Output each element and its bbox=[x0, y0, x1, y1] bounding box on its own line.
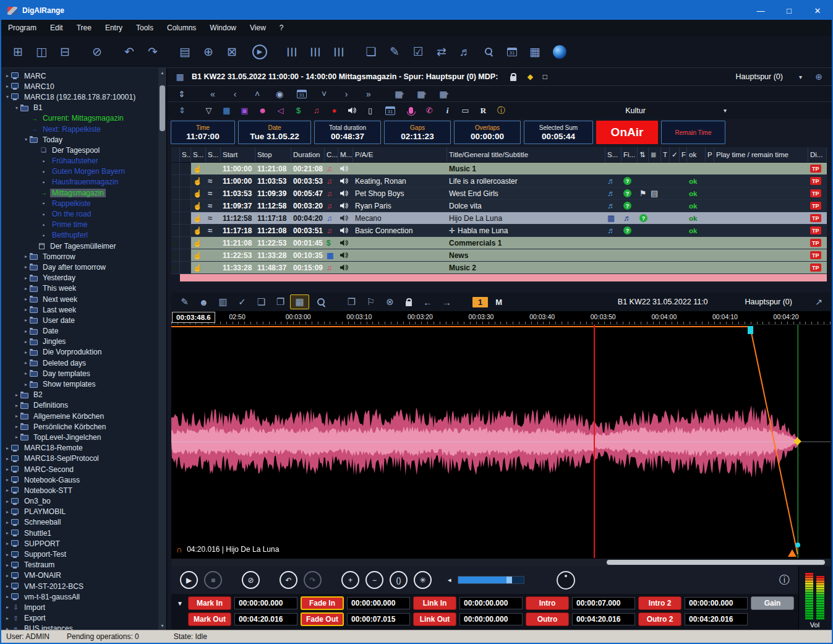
collapse-marks-icon[interactable]: ▼ bbox=[175, 600, 185, 607]
drag-hand-icon[interactable]: ☝ bbox=[193, 165, 202, 173]
tree-item-bus-instances[interactable]: ▸≡BUS instances bbox=[1, 624, 158, 630]
column-header-item[interactable]: ✓ bbox=[670, 147, 680, 162]
tree-item-on-the-road[interactable]: ▪On the road bbox=[1, 208, 158, 219]
filter-announce-icon[interactable]: ◁ bbox=[271, 105, 289, 117]
tree-expander-icon[interactable]: ▾ bbox=[4, 94, 11, 100]
globe-icon[interactable] bbox=[553, 45, 566, 59]
tree-item-fr-haufsteher[interactable]: ▪Frühaufsteher bbox=[1, 156, 158, 166]
column-header-s[interactable]: S... bbox=[206, 147, 221, 162]
tree-item-allgemeine-k-rbchen[interactable]: ▸Allgemeine Körbchen bbox=[1, 411, 158, 421]
filter-text-icon[interactable]: ▭ bbox=[456, 105, 474, 117]
paste-icon[interactable]: ❐ bbox=[271, 294, 290, 309]
intro-button[interactable]: Intro bbox=[526, 596, 569, 610]
volume-down-icon[interactable] bbox=[448, 576, 451, 584]
tree-item-rappelkiste[interactable]: ▪Rappelkiste bbox=[1, 198, 158, 208]
history-forward-icon[interactable]: → bbox=[437, 294, 456, 309]
tree-expander-icon[interactable]: ▸ bbox=[4, 456, 11, 462]
tree-expander-icon[interactable]: ▸ bbox=[4, 466, 11, 472]
menu-item-view[interactable]: View bbox=[243, 20, 273, 36]
monitor-levels-icon[interactable]: ☰ bbox=[329, 40, 349, 64]
menu-item-item[interactable]: ? bbox=[273, 20, 291, 36]
tree-item-show-templates[interactable]: ▸Show templates bbox=[1, 379, 158, 389]
tree-item-toplevel-jingelchen[interactable]: ▸TopLevel-Jingelchen bbox=[1, 432, 158, 442]
tree-view-icon[interactable]: ⊞ bbox=[6, 42, 30, 62]
tree-expander-icon[interactable]: ▸ bbox=[22, 350, 30, 355]
insert-entry-icon[interactable]: ▦+ bbox=[433, 88, 455, 100]
filter-commercial-icon[interactable]: $ bbox=[289, 105, 307, 117]
column-header-c[interactable]: C... bbox=[325, 147, 338, 162]
drag-hand-icon[interactable]: ☝ bbox=[193, 202, 202, 210]
undo-edit-button[interactable]: ↶ bbox=[280, 571, 297, 589]
tree-item-current-mittagsmagazin[interactable]: →Current: Mittagsmagazin bbox=[1, 113, 158, 124]
cue-button[interactable]: ⊘ bbox=[242, 571, 260, 589]
add-track-icon[interactable]: ⊕ bbox=[811, 70, 827, 84]
drag-hand-icon[interactable]: ☝ bbox=[193, 215, 202, 222]
tree-item-testraum[interactable]: ▸Testraum bbox=[1, 560, 158, 570]
row-height-icon[interactable]: ⇕ bbox=[173, 105, 191, 117]
tree-item-support[interactable]: ▸SUPPORT bbox=[1, 538, 158, 549]
marker-diamond-icon[interactable]: ◆ bbox=[523, 71, 537, 83]
record-levels-icon[interactable]: ☰ bbox=[282, 40, 302, 64]
transport-info-icon[interactable]: ⓘ bbox=[779, 573, 790, 587]
filter-clear-icon[interactable]: ▽ bbox=[200, 105, 218, 117]
go-previous-icon[interactable]: ‹ bbox=[224, 88, 246, 100]
expander-icon[interactable]: ▶ bbox=[174, 265, 179, 271]
track-selector[interactable]: Hauptspur (0) ▾ bbox=[736, 72, 802, 81]
link-out-button[interactable]: Link Out bbox=[413, 612, 456, 626]
tree-expander-icon[interactable]: ▸ bbox=[22, 317, 30, 323]
column-header-title-general-title-subtitle[interactable]: Title/General title/Subtitle bbox=[447, 147, 605, 162]
tree-item-definitions[interactable]: ▸Definitions bbox=[1, 400, 158, 411]
menu-item-window[interactable]: Window bbox=[203, 20, 243, 36]
volume-slider[interactable] bbox=[458, 576, 524, 584]
insert-block-icon[interactable]: ▦+ bbox=[411, 88, 433, 100]
tree-item-tomorrow[interactable]: ▸Tomorrow bbox=[1, 251, 158, 262]
waveform-scrollbar[interactable] bbox=[171, 558, 831, 566]
column-header-p[interactable]: P bbox=[706, 147, 714, 162]
tree-item-this-week[interactable]: ▸This week bbox=[1, 283, 158, 294]
column-header-play-time-remain-time[interactable]: Play time / remain time bbox=[714, 147, 808, 162]
track-row-dolce-vita[interactable]: ☝≈11:09:3711:12:5800:03:20♫Ryan ParisDol… bbox=[171, 200, 827, 212]
fade-in-value[interactable]: 00:00:00.000 bbox=[347, 597, 410, 609]
filter-battery-icon[interactable]: ▯ bbox=[361, 105, 379, 117]
tree-item-jingles[interactable]: ▸Jingles bbox=[1, 337, 158, 347]
group-row-music-2[interactable]: ▶☝11:33:2811:48:3700:15:09♫Music 2TP bbox=[171, 262, 827, 274]
filter-rds-icon[interactable]: R bbox=[474, 105, 492, 117]
segment-grid-icon[interactable]: ▦ bbox=[290, 294, 309, 309]
link-in-value[interactable]: 00:00:00.000 bbox=[459, 597, 523, 609]
outro-value[interactable]: 00:04:20.016 bbox=[572, 613, 635, 625]
expand-editor-icon[interactable]: ↗ bbox=[811, 295, 827, 309]
publish-icon[interactable]: ⊕ bbox=[197, 42, 220, 62]
tree-item-last-week[interactable]: ▸Last week bbox=[1, 304, 158, 315]
tree-expander-icon[interactable]: ▸ bbox=[22, 371, 30, 376]
zoom-selection-button[interactable]: () bbox=[390, 571, 408, 589]
play-levels-icon[interactable]: ☰ bbox=[305, 40, 325, 64]
tree-scrollbar[interactable] bbox=[158, 68, 166, 630]
column-header-fi[interactable]: Fi... bbox=[622, 147, 638, 162]
tree-expander-icon[interactable]: ▸ bbox=[13, 424, 20, 429]
tree-expander-icon[interactable]: ▸ bbox=[4, 445, 11, 451]
tree-item-vm-onair[interactable]: ▸VM-ONAIR bbox=[1, 570, 158, 581]
tree-expander-icon[interactable]: ▸ bbox=[4, 487, 11, 493]
tree-item-b2[interactable]: ▸B2 bbox=[1, 390, 158, 400]
link-in-button[interactable]: Link In bbox=[413, 596, 456, 610]
volume-thumb[interactable] bbox=[506, 577, 512, 583]
tree-item-marc[interactable]: ▸MARC bbox=[1, 71, 158, 81]
tree-item-date[interactable]: ▸Date bbox=[1, 326, 158, 337]
tree-expander-icon[interactable]: ▸ bbox=[13, 434, 20, 440]
tree-item-betthupferl[interactable]: ▪Betthupferl bbox=[1, 230, 158, 241]
timeline-ruler[interactable]: 00:03:48.6 02:5000:03:0000:03:1000:03:20… bbox=[171, 311, 831, 325]
tree-expander-icon[interactable]: ▸ bbox=[13, 413, 20, 419]
fade-in-button[interactable]: Fade In bbox=[301, 596, 344, 610]
tree-expander-icon[interactable]: ▸ bbox=[22, 328, 30, 334]
tree-expander-icon[interactable]: ▸ bbox=[4, 604, 11, 610]
tree-item-today[interactable]: ▾Today bbox=[1, 134, 158, 145]
mark-in-button[interactable]: Mark In bbox=[188, 596, 231, 610]
group-row-commercials-1[interactable]: ▶☝11:21:0811:22:5300:01:45$Commercials 1… bbox=[171, 237, 827, 249]
tree-item-prime-time[interactable]: ▪Prime time bbox=[1, 220, 158, 230]
scroll-up-icon[interactable]: ˄ bbox=[246, 88, 268, 100]
go-last-icon[interactable]: » bbox=[357, 88, 380, 100]
tree-item-marc18-remote[interactable]: ▸MARC18-Remote bbox=[1, 443, 158, 453]
stop-button[interactable]: ■ bbox=[204, 571, 222, 589]
tree-item-vm-t-81-gaussall[interactable]: ▸vm-t-81-gaussAll bbox=[1, 591, 158, 602]
jog-wheel[interactable] bbox=[557, 571, 575, 590]
